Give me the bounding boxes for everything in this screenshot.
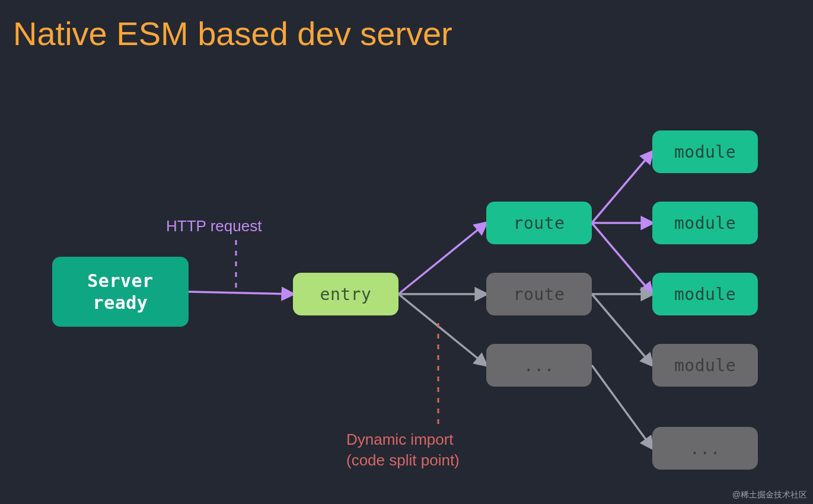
- node-server: Server ready: [52, 257, 189, 327]
- page-title: Native ESM based dev server: [13, 14, 452, 53]
- node-route2: route: [486, 273, 592, 315]
- label-dynamic: Dynamic import (code split point): [346, 429, 460, 471]
- node-module4: module: [652, 344, 758, 387]
- label-http: HTTP request: [166, 216, 262, 237]
- edge-server-entry: [189, 292, 293, 294]
- edge-route1-module1: [592, 152, 652, 223]
- edge-ellipsis1-ellipsis2: [592, 365, 652, 448]
- edge-entry-route1: [398, 223, 486, 294]
- node-route1: route: [486, 202, 592, 244]
- edge-entry-ellipsis1: [398, 294, 486, 365]
- node-module3: module: [652, 273, 758, 315]
- edge-route2-module4: [592, 294, 652, 365]
- edge-route1-module3: [592, 223, 652, 294]
- node-module1: module: [652, 130, 758, 173]
- node-ellipsis2: ...: [652, 427, 758, 470]
- node-module2: module: [652, 202, 758, 244]
- watermark: @稀土掘金技术社区: [732, 490, 807, 500]
- node-entry: entry: [293, 273, 398, 315]
- node-ellipsis1: ...: [486, 344, 592, 387]
